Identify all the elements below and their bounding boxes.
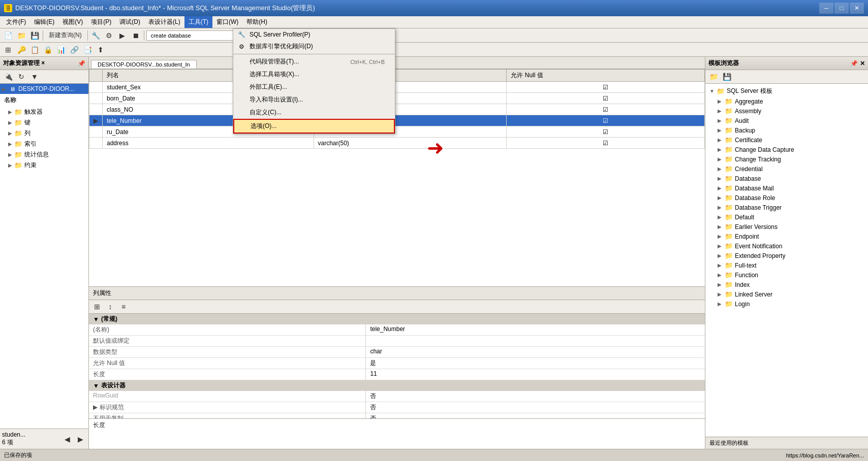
- menu-file[interactable]: 文件(F): [2, 16, 30, 28]
- tab-table-designer[interactable]: DESKTOP-DIOORSV...bo.student_In: [91, 60, 197, 69]
- table-row[interactable]: address varchar(50) ☑: [89, 138, 705, 149]
- tb1[interactable]: 🔧: [90, 30, 102, 41]
- template-aggregate[interactable]: ▶ 📁 Aggregate: [705, 96, 868, 106]
- close-button[interactable]: ✕: [850, 3, 864, 14]
- template-credential[interactable]: ▶ 📁 Credential: [705, 164, 868, 174]
- menu-project[interactable]: 项目(P): [87, 16, 115, 28]
- nav-prev[interactable]: ◀: [61, 434, 73, 445]
- customize-item[interactable]: 自定义(C)...: [233, 106, 395, 119]
- sql-profiler-item[interactable]: 🔧 SQL Server Profiler(P): [233, 29, 395, 40]
- props-alpha[interactable]: ↕: [104, 301, 116, 312]
- external-tools-item[interactable]: 外部工具(E)...: [233, 81, 395, 93]
- tb-s4[interactable]: 🔒: [42, 44, 54, 55]
- options-item[interactable]: 选项(O)...: [233, 119, 395, 134]
- template-dbmail[interactable]: ▶ 📁 Database Mail: [705, 183, 868, 193]
- panel-controls: 📌 ✕: [850, 60, 865, 67]
- snippet-manager-item[interactable]: 代码段管理器(T)... Ctrl+K, Ctrl+B: [233, 55, 395, 68]
- template-default[interactable]: ▶ 📁 Default: [705, 212, 868, 222]
- title-controls[interactable]: ─ □ ✕: [819, 3, 864, 14]
- tb3[interactable]: ▶: [116, 30, 129, 41]
- menu-tabledesigner[interactable]: 表设计器(L): [144, 16, 184, 28]
- template-fulltext[interactable]: ▶ 📁 Full-text: [705, 260, 868, 270]
- template-backup[interactable]: ▶ 📁 Backup: [705, 125, 868, 135]
- col-null-cell[interactable]: ☑: [507, 104, 705, 115]
- template-open[interactable]: 📁: [707, 71, 720, 82]
- toolbox-item[interactable]: 选择工具箱项(X)...: [233, 68, 395, 81]
- col-name-cell[interactable]: address: [103, 138, 314, 149]
- tb-s5[interactable]: 📊: [55, 44, 67, 55]
- indexes-node[interactable]: ▶ 📁 索引: [0, 139, 88, 149]
- table-row[interactable]: student_Sex ☑: [89, 82, 705, 93]
- template-audit[interactable]: ▶ 📁 Audit: [705, 116, 868, 125]
- tb2[interactable]: ⚙: [103, 30, 115, 41]
- expand-identity[interactable]: ▶: [93, 404, 98, 411]
- tb-s3[interactable]: 📋: [28, 44, 41, 55]
- template-certificate[interactable]: ▶ 📁 Certificate: [705, 135, 868, 145]
- close-panel[interactable]: ✕: [860, 60, 865, 67]
- minimize-button[interactable]: ─: [819, 3, 833, 14]
- server-node[interactable]: ▶ 🖥 DESKTOP-DIOOR...: [0, 84, 88, 94]
- stats-node[interactable]: ▶ 📁 统计信息: [0, 149, 88, 160]
- menu-debug[interactable]: 调试(D): [115, 16, 144, 28]
- tb-s8[interactable]: ⬆: [95, 44, 107, 55]
- nav-next[interactable]: ▶: [74, 434, 86, 445]
- template-dbtrigger[interactable]: ▶ 📁 Database Trigger: [705, 203, 868, 212]
- template-extprop[interactable]: ▶ 📁 Extended Property: [705, 251, 868, 260]
- col-null-cell[interactable]: ☑: [507, 82, 705, 93]
- col-null-cell[interactable]: ☑: [507, 93, 705, 104]
- template-assembly[interactable]: ▶ 📁 Assembly: [705, 106, 868, 116]
- import-export-item[interactable]: 导入和导出设置(I)...: [233, 93, 395, 106]
- pin-icon[interactable]: 📌: [850, 60, 858, 67]
- col-null-cell[interactable]: ☑: [507, 126, 705, 138]
- menu-help[interactable]: 帮助(H): [242, 16, 271, 28]
- panel-pin[interactable]: 📌: [78, 60, 85, 67]
- template-database[interactable]: ▶ 📁 Database: [705, 174, 868, 183]
- section-designer-expand[interactable]: ▼: [93, 382, 99, 389]
- template-endpoint[interactable]: ▶ 📁 Endpoint: [705, 232, 868, 241]
- template-earlier[interactable]: ▶ 📁 Earlier Versions: [705, 222, 868, 232]
- menu-edit[interactable]: 编辑(E): [30, 16, 58, 28]
- template-linkedserver[interactable]: ▶ 📁 Linked Server: [705, 289, 868, 299]
- db-engine-item[interactable]: ⚙ 数据库引擎优化顾问(D): [233, 40, 395, 53]
- template-root-node[interactable]: ▼ 📁 SQL Server 模板: [705, 86, 868, 96]
- oe-refresh[interactable]: ↻: [15, 71, 27, 82]
- template-login[interactable]: ▶ 📁 Login: [705, 299, 868, 309]
- new-button[interactable]: 📄: [2, 30, 14, 41]
- table-row[interactable]: class_NO ☑: [89, 104, 705, 115]
- template-changetracking[interactable]: ▶ 📁 Change Tracking: [705, 154, 868, 164]
- table-row[interactable]: ru_Date datetime ☑: [89, 126, 705, 138]
- table-row[interactable]: born_Date ☑: [89, 93, 705, 104]
- menu-view[interactable]: 视图(V): [58, 16, 87, 28]
- template-dbrole[interactable]: ▶ 📁 Database Role: [705, 193, 868, 203]
- oe-connect[interactable]: 🔌: [2, 71, 14, 82]
- new-query-button[interactable]: 新建查询(N): [45, 30, 85, 41]
- save-button[interactable]: 💾: [28, 30, 41, 41]
- columns-node[interactable]: ▶ 📁 列: [0, 128, 88, 139]
- oe-filter[interactable]: ▼: [28, 71, 41, 82]
- table-row-selected[interactable]: ▶ tele_Number ☑: [89, 115, 705, 126]
- tb-s2[interactable]: 🔑: [15, 44, 27, 55]
- template-save[interactable]: 💾: [721, 71, 733, 82]
- open-button[interactable]: 📁: [15, 30, 27, 41]
- constraints-node[interactable]: ▶ 📁 约束: [0, 160, 88, 171]
- menu-tools[interactable]: 工具(T): [184, 16, 212, 28]
- tb-s1[interactable]: ⊞: [2, 44, 14, 55]
- template-eventnotif[interactable]: ▶ 📁 Event Notification: [705, 241, 868, 251]
- menu-window[interactable]: 窗口(W): [212, 16, 242, 28]
- props-cat[interactable]: ≡: [117, 301, 130, 312]
- maximize-button[interactable]: □: [834, 3, 849, 14]
- tb4[interactable]: ⏹: [130, 30, 142, 41]
- tb-s6[interactable]: 🔗: [68, 44, 80, 55]
- template-cdc[interactable]: ▶ 📁 Change Data Capture: [705, 145, 868, 154]
- section-expand[interactable]: ▼: [93, 316, 99, 323]
- col-null-cell[interactable]: ☑: [507, 138, 705, 149]
- tb-s7[interactable]: 📑: [81, 44, 94, 55]
- template-function[interactable]: ▶ 📁 Function: [705, 270, 868, 280]
- keys-node[interactable]: ▶ 📁 键: [0, 117, 88, 128]
- col-type-cell[interactable]: varchar(50): [314, 138, 507, 149]
- props-sort[interactable]: ⊞: [91, 301, 103, 312]
- triggers-node[interactable]: ▶ 📁 触发器: [0, 107, 88, 117]
- prop-value[interactable]: [366, 336, 705, 346]
- template-index[interactable]: ▶ 📁 Index: [705, 280, 868, 289]
- col-null-cell[interactable]: ☑: [507, 115, 705, 126]
